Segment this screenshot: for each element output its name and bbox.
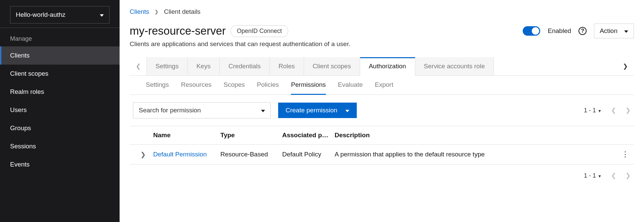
sidebar-item-realm-roles[interactable]: Realm roles bbox=[0, 83, 120, 101]
caret-down-icon bbox=[261, 107, 265, 114]
page-description: Clients are applications and services th… bbox=[130, 40, 634, 48]
sidebar-item-clients[interactable]: Clients bbox=[0, 46, 120, 65]
primary-tabs: ❮ Settings Keys Credentials Roles Client… bbox=[130, 57, 634, 76]
enabled-label: Enabled bbox=[548, 27, 571, 35]
sidebar: Hello-world-authz Manage Clients Client … bbox=[0, 0, 120, 222]
action-label: Action bbox=[600, 27, 617, 35]
sidebar-item-users[interactable]: Users bbox=[0, 101, 120, 119]
page-prev[interactable]: ❮ bbox=[611, 107, 616, 114]
sidebar-section-title: Manage bbox=[0, 28, 120, 46]
permission-policies: Default Policy bbox=[282, 151, 335, 158]
breadcrumb-root[interactable]: Clients bbox=[130, 8, 149, 15]
sidebar-item-events[interactable]: Events bbox=[0, 155, 120, 174]
tab-authorization[interactable]: Authorization bbox=[360, 57, 415, 76]
table-row: ❯ Default Permission Resource-Based Defa… bbox=[130, 145, 634, 164]
breadcrumb: Clients ❯ Client details bbox=[130, 8, 634, 15]
page-header: my-resource-server OpenID Connect Enable… bbox=[130, 24, 634, 38]
tab-credentials[interactable]: Credentials bbox=[220, 57, 270, 75]
tab-service-accounts[interactable]: Service accounts role bbox=[415, 57, 494, 75]
col-policies: Associated poli… bbox=[282, 132, 335, 139]
tabs-scroll-right[interactable]: ❯ bbox=[617, 59, 634, 74]
page-range[interactable]: 1 - 1 ▼ bbox=[584, 172, 602, 179]
pagination-bottom-wrap: 1 - 1 ▼ ❮ ❯ bbox=[130, 164, 634, 187]
page-next[interactable]: ❯ bbox=[626, 172, 631, 179]
chevron-right-icon: ❯ bbox=[155, 9, 159, 14]
subtab-settings[interactable]: Settings bbox=[146, 76, 169, 95]
tab-settings[interactable]: Settings bbox=[146, 57, 188, 75]
tab-keys[interactable]: Keys bbox=[188, 57, 220, 75]
protocol-badge: OpenID Connect bbox=[230, 25, 288, 37]
col-type: Type bbox=[220, 132, 282, 139]
page-prev[interactable]: ❮ bbox=[611, 172, 616, 179]
page-next[interactable]: ❯ bbox=[626, 107, 631, 114]
page-range[interactable]: 1 - 1 ▼ bbox=[584, 107, 602, 114]
caret-down-icon bbox=[100, 11, 104, 18]
enabled-toggle[interactable] bbox=[523, 26, 540, 36]
subtab-resources[interactable]: Resources bbox=[181, 76, 212, 95]
sidebar-item-client-scopes[interactable]: Client scopes bbox=[0, 65, 120, 83]
expand-row-icon[interactable]: ❯ bbox=[133, 151, 153, 158]
permission-type: Resource-Based bbox=[220, 151, 282, 158]
main-content: Clients ❯ Client details my-resource-ser… bbox=[120, 0, 644, 222]
col-description: Description bbox=[335, 132, 519, 139]
breadcrumb-current: Client details bbox=[164, 8, 201, 15]
pagination-bottom: 1 - 1 ▼ ❮ ❯ bbox=[584, 172, 631, 179]
subtab-export[interactable]: Export bbox=[375, 76, 393, 95]
pagination-top: 1 - 1 ▼ ❮ ❯ bbox=[584, 107, 631, 114]
help-icon[interactable]: ? bbox=[578, 27, 587, 35]
tabs-scroll-left[interactable]: ❮ bbox=[130, 59, 147, 74]
permission-description: A permission that applies to the default… bbox=[335, 151, 519, 158]
create-label: Create permission bbox=[286, 107, 337, 114]
subtab-scopes[interactable]: Scopes bbox=[223, 76, 245, 95]
action-dropdown[interactable]: Action bbox=[594, 24, 634, 38]
table-header: Name Type Associated poli… Description bbox=[130, 126, 634, 145]
create-permission-button[interactable]: Create permission bbox=[278, 103, 357, 118]
secondary-tabs: Settings Resources Scopes Policies Permi… bbox=[130, 76, 634, 95]
subtab-evaluate[interactable]: Evaluate bbox=[338, 76, 363, 95]
search-input[interactable]: Search for permission bbox=[133, 102, 271, 118]
tab-client-scopes[interactable]: Client scopes bbox=[304, 57, 360, 75]
col-name: Name bbox=[153, 132, 220, 139]
subtab-policies[interactable]: Policies bbox=[257, 76, 279, 95]
tab-roles[interactable]: Roles bbox=[270, 57, 304, 75]
sidebar-item-sessions[interactable]: Sessions bbox=[0, 137, 120, 155]
page-title: my-resource-server bbox=[130, 25, 226, 37]
realm-selector[interactable]: Hello-world-authz bbox=[10, 6, 110, 24]
kebab-menu-icon[interactable]: ⋮ bbox=[614, 150, 631, 159]
header-actions: Enabled ? Action bbox=[523, 24, 634, 38]
permission-name-link[interactable]: Default Permission bbox=[153, 151, 220, 158]
sidebar-item-groups[interactable]: Groups bbox=[0, 119, 120, 137]
caret-down-icon bbox=[624, 27, 628, 35]
subtab-permissions[interactable]: Permissions bbox=[291, 76, 326, 95]
search-placeholder: Search for permission bbox=[139, 107, 201, 114]
realm-name: Hello-world-authz bbox=[16, 11, 66, 18]
caret-down-icon bbox=[345, 107, 349, 114]
toolbar: Search for permission Create permission … bbox=[130, 95, 634, 126]
permissions-table: Name Type Associated poli… Description ❯… bbox=[130, 126, 634, 164]
